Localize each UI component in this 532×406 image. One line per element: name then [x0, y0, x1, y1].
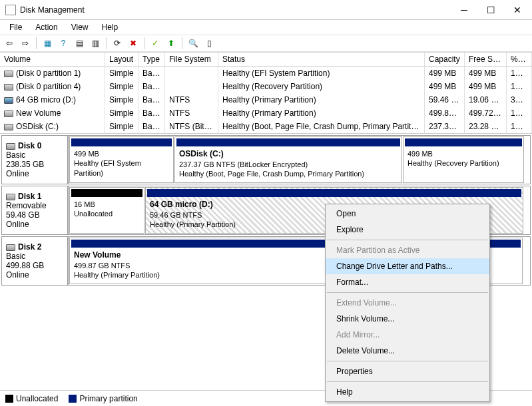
tag-icon[interactable]: ▯	[202, 37, 216, 50]
col-status[interactable]: Status	[218, 53, 425, 66]
volume-row[interactable]: New VolumeSimpleBasicNTFSHealthy (Primar…	[0, 106, 532, 120]
menu-item[interactable]: Format...	[326, 274, 489, 290]
legend-primary-label: Primary partition	[79, 394, 137, 403]
col-filesystem[interactable]: File System	[165, 53, 218, 66]
disk-row: Disk 0Basic238.35 GBOnline499 MBHealthy …	[1, 135, 531, 184]
unallocated-space[interactable]: 16 MBUnallocated	[69, 187, 144, 234]
menu-item[interactable]: Shrink Volume...	[326, 311, 489, 327]
check-icon[interactable]: ✓	[148, 37, 162, 50]
minimize-button[interactable]: ─	[451, 1, 477, 19]
menu-item[interactable]: Properties	[326, 363, 489, 379]
disk-icon	[6, 143, 15, 150]
close-button[interactable]: ✕	[504, 1, 531, 19]
app-icon	[5, 5, 16, 15]
toolbar: ⇦ ⇨ ▦ ? ▤ ▥ ⟳ ✖ ✓ ⬆ 🔍 ▯	[0, 35, 532, 52]
menu-item[interactable]: Explore	[326, 222, 489, 238]
volume-icon	[4, 71, 13, 77]
calendar-icon[interactable]: ▥	[89, 37, 102, 50]
titlebar: Disk Management ─ ☐ ✕	[0, 0, 532, 20]
forward-icon[interactable]: ⇨	[19, 37, 32, 50]
menu-file[interactable]: File	[3, 21, 29, 33]
partition[interactable]: 499 MBHealthy (Recovery Partition)	[403, 136, 524, 183]
volume-list: Volume Layout Type File System Status Ca…	[0, 52, 532, 134]
menu-action[interactable]: Action	[29, 21, 64, 33]
refresh-icon[interactable]: ⟳	[111, 37, 124, 50]
menu-item: Mark Partition as Active	[326, 242, 489, 258]
volume-icon	[4, 84, 13, 91]
volume-icon	[4, 97, 13, 104]
partition[interactable]: 499 MBHealthy (EFI System Partition)	[69, 136, 174, 183]
menu-item: Extend Volume...	[326, 295, 489, 311]
menu-item[interactable]: Help	[326, 384, 489, 400]
delete-icon[interactable]: ✖	[127, 37, 140, 50]
legend-primary-swatch	[69, 395, 77, 403]
disk-icon	[6, 194, 15, 200]
col-pctfree[interactable]: % Free	[507, 53, 532, 66]
maximize-button[interactable]: ☐	[477, 1, 504, 19]
column-headers: Volume Layout Type File System Status Ca…	[0, 52, 532, 67]
volume-row[interactable]: OSDisk (C:)SimpleBasicNTFS (BitLo...Heal…	[0, 120, 532, 133]
menu-item[interactable]: Delete Volume...	[326, 343, 489, 359]
partition[interactable]: OSDisk (C:)237.37 GB NTFS (BitLocker Enc…	[174, 136, 402, 183]
context-menu: OpenExploreMark Partition as ActiveChang…	[325, 204, 490, 402]
back-icon[interactable]: ⇦	[3, 37, 16, 50]
disk-info[interactable]: Disk 1Removable59.48 GBOnline	[1, 186, 68, 235]
menu-view[interactable]: View	[65, 21, 95, 33]
menu-separator	[327, 381, 488, 382]
menu-separator	[327, 361, 488, 361]
volume-row[interactable]: (Disk 0 partition 4)SimpleBasicHealthy (…	[0, 80, 532, 93]
disk-info[interactable]: Disk 2Basic499.88 GBOnline	[1, 236, 68, 286]
col-layout[interactable]: Layout	[105, 53, 138, 66]
up-icon[interactable]: ⬆	[164, 37, 178, 50]
disk-icon	[6, 244, 15, 251]
disk-info[interactable]: Disk 0Basic238.35 GBOnline	[1, 135, 68, 184]
menu-separator	[327, 292, 488, 293]
menubar: File Action View Help	[0, 20, 532, 35]
menu-help[interactable]: Help	[95, 21, 125, 33]
col-volume[interactable]: Volume	[0, 53, 105, 66]
view-icon[interactable]: ▦	[41, 37, 54, 50]
volume-icon	[4, 110, 13, 117]
col-freespace[interactable]: Free Space	[465, 53, 507, 66]
legend-unallocated-swatch	[5, 395, 13, 403]
legend-unallocated-label: Unallocated	[16, 394, 58, 403]
help-icon[interactable]: ?	[57, 37, 70, 50]
menu-separator	[327, 240, 488, 240]
volume-icon	[4, 124, 13, 130]
volume-row[interactable]: (Disk 0 partition 1)SimpleBasicHealthy (…	[0, 67, 532, 80]
col-type[interactable]: Type	[138, 53, 165, 66]
menu-item[interactable]: Change Drive Letter and Paths...	[326, 258, 489, 274]
properties-icon[interactable]: ▤	[73, 37, 86, 50]
volume-row[interactable]: 64 GB micro (D:)SimpleBasicNTFSHealthy (…	[0, 93, 532, 106]
menu-item[interactable]: Open	[326, 206, 489, 222]
search-icon[interactable]: 🔍	[186, 37, 200, 50]
col-capacity[interactable]: Capacity	[425, 53, 465, 66]
menu-item: Add Mirror...	[326, 327, 489, 343]
window-title: Disk Management	[20, 5, 451, 15]
